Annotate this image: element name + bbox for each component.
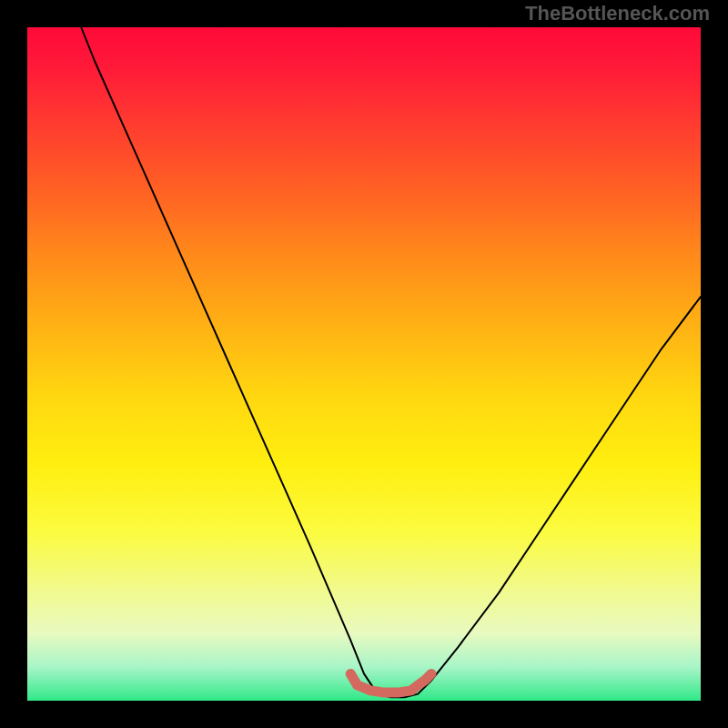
chart-container: TheBottleneck.com: [0, 0, 728, 728]
watermark-text: TheBottleneck.com: [525, 2, 710, 25]
curve-svg: [27, 27, 701, 701]
bottleneck-curve-line: [81, 27, 701, 697]
plot-area: [27, 27, 701, 701]
optimal-zone-marker-line: [350, 673, 431, 693]
